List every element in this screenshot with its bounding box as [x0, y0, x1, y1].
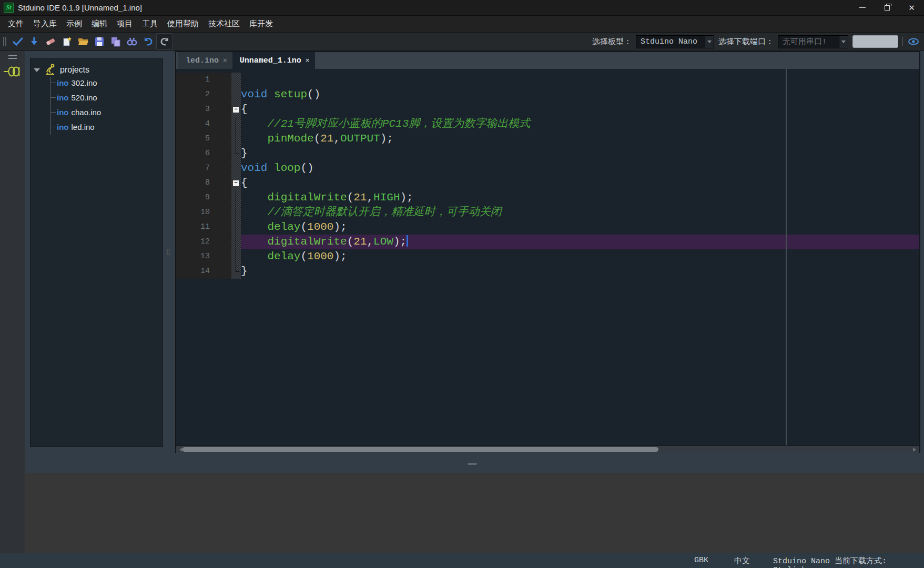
minimize-button[interactable] — [850, 0, 875, 15]
strip-grip-icon[interactable] — [8, 55, 17, 59]
port-select-combo[interactable]: 无可用串口! — [778, 35, 848, 48]
find-button[interactable] — [124, 34, 140, 49]
code-line-10[interactable]: 10 //滴答定时器默认开启，精准延时，可手动关闭 — [176, 205, 919, 220]
restore-icon — [885, 5, 890, 11]
code-text: pinMode(21,OUTPUT); — [241, 131, 919, 146]
open-folder-button[interactable] — [75, 34, 91, 49]
text-cursor — [407, 235, 408, 247]
toolbar-grip[interactable] — [3, 37, 6, 46]
code-line-9[interactable]: 9 digitalWrite(21,HIGH); — [176, 190, 919, 205]
fold-gutter — [231, 131, 241, 146]
new-file-icon — [61, 36, 73, 47]
line-number: 9 — [176, 190, 231, 205]
clear-icon — [45, 36, 56, 47]
menu-item-7[interactable]: 技术社区 — [205, 17, 243, 31]
code-text: digitalWrite(21,HIGH); — [241, 190, 919, 205]
board-select-combo[interactable]: Stduino Nano — [636, 35, 714, 48]
fold-gutter: − — [231, 176, 241, 190]
find-icon — [126, 36, 138, 47]
fold-collapse-icon[interactable]: − — [232, 180, 239, 187]
fold-gutter — [231, 235, 241, 249]
output-splitter-handle[interactable] — [468, 463, 477, 465]
code-line-6[interactable]: 6} — [176, 146, 919, 161]
toolbar-separator — [902, 37, 903, 46]
code-text: { — [241, 176, 919, 190]
code-line-11[interactable]: 11 delay(1000); — [176, 220, 919, 235]
tree-item-520-ino[interactable]: ino520.ino — [31, 90, 97, 105]
menu-item-0[interactable]: 文件 — [4, 17, 27, 31]
code-line-13[interactable]: 13 delay(1000); — [176, 249, 919, 264]
restore-button[interactable] — [875, 0, 899, 15]
code-text: void setup() — [241, 87, 919, 102]
window-title: Stduino IDE 0.1.9 [Unnamed_1.ino] — [18, 3, 142, 12]
code-line-7[interactable]: 7void loop() — [176, 161, 919, 176]
redo-button[interactable] — [157, 34, 172, 49]
close-button[interactable]: ✕ — [899, 0, 924, 15]
redo-icon — [159, 36, 170, 47]
menu-item-2[interactable]: 示例 — [63, 17, 86, 31]
status-bar: GBK 中文 Stduino Nano 当前下载方式: St_link — [0, 553, 924, 568]
fold-gutter — [231, 264, 241, 279]
code-line-3[interactable]: 3−{ — [176, 102, 919, 117]
file-name: 520.ino — [72, 93, 97, 102]
sidebar-splitter-handle[interactable]: ⌷ — [165, 246, 172, 258]
code-line-5[interactable]: 5 pinMode(21,OUTPUT); — [176, 131, 919, 146]
menu-item-8[interactable]: 库开发 — [246, 17, 277, 31]
scroll-right-arrow-icon[interactable] — [913, 448, 918, 452]
code-line-2[interactable]: 2void setup() — [176, 87, 919, 102]
menu-item-4[interactable]: 项目 — [113, 17, 136, 31]
fold-gutter — [231, 205, 241, 220]
menu-item-5[interactable]: 工具 — [138, 17, 161, 31]
port-combo-arrow-icon[interactable] — [839, 36, 848, 48]
code-line-14[interactable]: 14} — [176, 264, 919, 279]
menu-item-6[interactable]: 使用帮助 — [164, 17, 202, 31]
menu-item-1[interactable]: 导入库 — [29, 17, 60, 31]
scroll-left-arrow-icon[interactable] — [177, 448, 182, 452]
code-text — [241, 73, 919, 87]
project-tree-panel: projects ino302.inoino520.inoinochao.ino… — [30, 58, 163, 447]
tree-item-led-ino[interactable]: inoled.ino — [31, 119, 95, 134]
code-line-1[interactable]: 1 — [176, 73, 919, 87]
file-name: 302.ino — [72, 78, 97, 87]
board-combo-arrow-icon[interactable] — [705, 36, 714, 48]
output-panel[interactable] — [25, 473, 924, 553]
tab-Unnamed_1-ino[interactable]: Unnamed_1.ino× — [232, 52, 315, 69]
ino-file-icon: ino — [57, 93, 69, 102]
code-editor[interactable]: 12void setup()3−{4 //21号脚对应小蓝板的PC13脚，设置为… — [176, 69, 919, 445]
horizontal-scrollbar[interactable] — [176, 445, 919, 453]
line-number: 1 — [176, 73, 231, 87]
code-text: digitalWrite(21,LOW); — [241, 235, 919, 249]
code-line-8[interactable]: 8−{ — [176, 176, 919, 190]
code-line-12[interactable]: 12 digitalWrite(21,LOW); — [176, 235, 919, 249]
tree-branch-line — [50, 127, 56, 127]
component-wire-icon[interactable] — [3, 64, 22, 79]
save-as-button[interactable] — [108, 34, 124, 49]
tab-led-ino[interactable]: led.ino× — [178, 52, 232, 69]
port-select-value: 无可用串口! — [778, 36, 839, 48]
fold-collapse-icon[interactable]: − — [232, 106, 239, 113]
line-number: 6 — [176, 146, 231, 161]
undo-button[interactable] — [140, 34, 156, 49]
line-number: 14 — [176, 264, 231, 279]
tree-expand-arrow-icon[interactable] — [34, 68, 40, 75]
code-text: void loop() — [241, 161, 919, 176]
tree-item-chao-ino[interactable]: inochao.ino — [31, 105, 101, 119]
save-button[interactable] — [92, 34, 107, 49]
tab-close-icon[interactable]: × — [223, 57, 227, 65]
disabled-action-button[interactable] — [852, 35, 898, 48]
serial-monitor-eye-icon[interactable] — [907, 36, 920, 47]
tab-close-icon[interactable]: × — [306, 57, 310, 65]
line-number: 5 — [176, 131, 231, 146]
tree-branch-line — [50, 83, 56, 83]
verify-button[interactable] — [10, 34, 26, 49]
line-number: 4 — [176, 117, 231, 131]
menu-item-3[interactable]: 编辑 — [88, 17, 111, 31]
clear-button[interactable] — [43, 34, 58, 49]
new-file-button[interactable] — [59, 34, 75, 49]
tree-item-302-ino[interactable]: ino302.ino — [31, 75, 97, 90]
scrollbar-thumb[interactable] — [182, 447, 658, 452]
upload-button[interactable] — [26, 34, 42, 49]
code-line-4[interactable]: 4 //21号脚对应小蓝板的PC13脚，设置为数字输出模式 — [176, 117, 919, 131]
minimize-icon — [859, 7, 866, 8]
status-download-mode: Stduino Nano 当前下载方式: St_link — [773, 556, 924, 568]
